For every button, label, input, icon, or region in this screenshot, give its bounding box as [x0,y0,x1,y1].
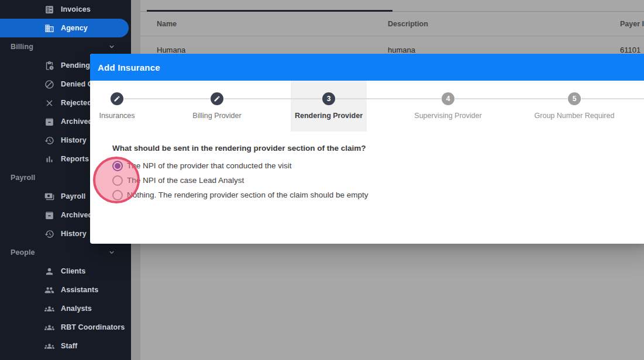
section-label: Payroll [11,174,35,182]
step-connector [224,98,322,99]
person-icon [44,266,54,276]
step-number: 5 [573,95,577,103]
sidebar-item-label: Agency [61,24,88,32]
agency-icon [44,23,54,33]
sidebar-item-assistants[interactable]: Assistants [0,281,131,299]
chevron-down-icon [108,43,116,51]
sidebar-item-analysts[interactable]: Analysts [0,299,131,318]
sidebar-item-label: RBT Coordinators [61,323,125,331]
step-1-label: Insurances [67,112,167,120]
section-label: Billing [11,43,33,51]
sidebar-item-label: Analysts [61,304,92,313]
step-connector [455,98,567,99]
step-5-label: Group Number Required [525,112,624,120]
step-2-circle[interactable] [211,92,223,105]
step-1-circle[interactable] [111,92,123,105]
radio-option-provider-npi[interactable]: The NPI of the provider that conducted t… [112,158,644,173]
sidebar-item-label: History [61,136,87,144]
sidebar-item-label: Staff [61,342,77,350]
groups-icon [44,323,54,333]
radio-option-label: The NPI of the provider that conducted t… [127,161,291,170]
payroll-icon [44,192,54,202]
history-icon [44,136,54,146]
step-connector [581,98,644,99]
sidebar-item-label: Invoices [61,5,91,13]
step-connector [124,98,210,99]
rejected-claims-icon [44,98,54,108]
denied-claims-icon [44,79,54,89]
step-number: 3 [327,95,331,103]
radio-option-label: The NPI of the case Lead Analyst [127,176,244,185]
sidebar-item-label: Archived [61,211,92,219]
reports-icon [44,154,54,164]
step-connector [336,98,441,99]
history-icon [44,229,54,239]
radio-button[interactable] [112,175,123,186]
step-4-label: Supervising Provider [398,112,498,120]
radio-button[interactable] [112,190,123,200]
archived-visits-icon [44,117,54,127]
groups-icon [44,341,54,351]
sidebar-item-label: Assistants [61,286,98,294]
section-label: People [11,248,35,257]
sidebar-item-label: Reports [61,155,89,163]
step-3-circle[interactable]: 3 [322,92,335,105]
edit-icon [213,95,221,102]
radio-option-nothing[interactable]: Nothing. The rendering provider section … [112,188,644,202]
rendering-provider-step-body: What should be sent in the rendering pro… [90,131,644,202]
chevron-down-icon [108,248,116,257]
sidebar-item-clients[interactable]: Clients [0,262,131,281]
question-text: What should be sent in the rendering pro… [112,144,644,153]
sidebar-item-label: History [61,230,87,238]
invoices-icon [44,5,54,15]
radio-button-selected[interactable] [112,161,123,171]
step-4-circle[interactable]: 4 [442,92,454,105]
sidebar-item-label: Payroll [61,192,85,200]
app-window: Name Description Payer Id Humana humana … [0,0,644,360]
modal-header: Add Insurance [90,54,644,81]
radio-option-lead-analyst-npi[interactable]: The NPI of the case Lead Analyst [112,173,644,188]
active-step-highlight [291,81,367,131]
sidebar-item-rbt-coordinators[interactable]: RBT Coordinators [0,318,131,337]
sidebar-item-agency[interactable]: Agency [0,19,129,37]
groups-icon [44,304,54,314]
radio-option-label: Nothing. The rendering provider section … [127,191,368,199]
sidebar-item-label: Clients [61,267,85,275]
modal-title: Add Insurance [98,63,160,72]
pending-visits-icon [44,61,54,71]
archived-icon [44,210,54,220]
people-icon [44,285,54,295]
edit-icon [113,95,120,102]
wizard-stepper: Insurances Billing Provider 3 Rendering … [90,81,644,131]
step-3-label: Rendering Provider [279,112,378,120]
sidebar-section-people[interactable]: People [0,243,131,262]
step-number: 4 [446,95,450,103]
radio-dot [115,163,120,169]
sidebar-item-invoices[interactable]: Invoices [0,0,131,19]
step-2-label: Billing Provider [167,112,267,120]
step-5-circle[interactable]: 5 [568,92,581,105]
sidebar-item-staff[interactable]: Staff [0,337,131,355]
add-insurance-modal: Add Insurance Insurances Billing Provide… [90,54,644,244]
